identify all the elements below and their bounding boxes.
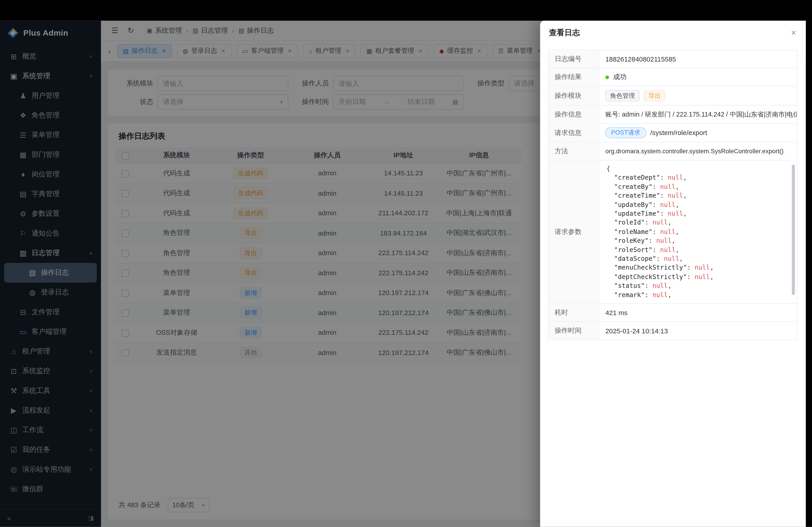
field-time: 操作时间 2025-01-24 10:14:13 [548, 322, 797, 340]
operation-info-value: 账号: admin / 研发部门 / 222.175.114.242 / 中国|… [599, 105, 797, 123]
field-log-id: 日志编号 1882612840802115585 [548, 50, 797, 68]
operation-type-tag: 导出 [644, 90, 665, 102]
close-icon[interactable]: ✕ [791, 29, 796, 36]
code-scrollbar[interactable] [792, 165, 795, 295]
drawer-title: 查看日志 [549, 28, 580, 37]
screen: Plus Admin ⊞概览∨▣系统管理∧♟用户管理❖角色管理☰菜单管理▦部门管… [0, 0, 812, 527]
http-method-tag: POST请求 [605, 127, 646, 138]
log-id-value: 1882612840802115585 [599, 50, 797, 68]
field-method: 方法 org.dromara.system.controller.system.… [548, 142, 797, 160]
success-dot-icon [605, 75, 609, 79]
field-result: 操作结果 成功 [548, 68, 797, 86]
request-params-code[interactable]: { "createDept": null, "createBy": null, … [599, 161, 797, 303]
method-value: org.dromara.system.controller.system.Sys… [599, 142, 797, 160]
drawer-header: 查看日志 ✕ [540, 21, 806, 45]
result-value: 成功 [613, 72, 627, 81]
view-log-drawer: 查看日志 ✕ 日志编号 1882612840802115585 操作结果 成功 … [540, 21, 806, 527]
request-path: /system/role/export [650, 129, 707, 137]
field-request: 请求信息 POST请求 /system/role/export [548, 124, 797, 142]
duration-value: 421 ms [599, 304, 797, 321]
drawer-body: 日志编号 1882612840802115585 操作结果 成功 操作模块 角色… [540, 44, 806, 527]
log-detail-table: 日志编号 1882612840802115585 操作结果 成功 操作模块 角色… [548, 49, 798, 340]
module-tag: 角色管理 [605, 90, 640, 102]
field-info: 操作信息 账号: admin / 研发部门 / 222.175.114.242 … [548, 105, 797, 123]
field-duration: 耗时 421 ms [548, 304, 797, 322]
field-params: 请求参数 { "createDept": null, "createBy": n… [548, 161, 797, 304]
field-module: 操作模块 角色管理 导出 [548, 86, 797, 105]
operation-time-value: 2025-01-24 10:14:13 [599, 322, 797, 340]
